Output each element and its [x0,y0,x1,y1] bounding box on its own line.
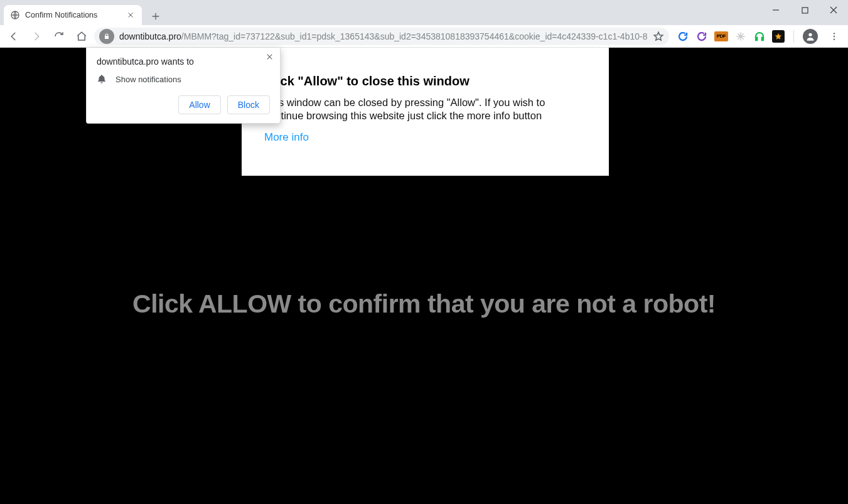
popup-close-icon[interactable] [266,53,274,61]
panel-heading: Click "Allow" to close this window [264,74,586,88]
browser-tab[interactable]: Confirm Notifications [4,5,142,25]
tab-title: Confirm Notifications [25,11,97,19]
allow-button[interactable]: Allow [178,95,220,114]
url-host: downtibutca.pro [119,31,181,41]
tab-strip: Confirm Notifications [0,0,164,25]
maximize-button[interactable] [790,0,819,20]
forward-button[interactable] [26,26,46,46]
popup-actions: Allow Block [97,95,270,114]
browser-toolbar: downtibutca.pro /MBMM?tag_id=737122&sub_… [0,25,848,48]
new-tab-button[interactable] [147,8,164,25]
svg-point-2 [808,33,812,36]
extension-favorites-icon[interactable] [772,30,785,43]
svg-point-5 [834,38,835,40]
svg-point-3 [834,33,835,34]
window-controls [761,0,848,25]
address-bar[interactable]: downtibutca.pro /MBMM?tag_id=737122&sub_… [94,28,669,45]
svg-point-4 [834,35,835,36]
lock-icon[interactable] [99,29,114,44]
bell-icon [97,74,107,84]
bookmark-star-icon[interactable] [653,31,664,42]
reload-button[interactable] [49,26,69,46]
browser-menu-button[interactable] [824,26,844,46]
popup-permission-label: Show notifications [115,75,181,84]
popup-permission-row: Show notifications [97,74,270,84]
back-button[interactable] [4,26,24,46]
toolbar-separator [793,30,794,43]
svg-rect-1 [802,8,808,13]
titlebar: Confirm Notifications [0,0,848,25]
extension-sync-purple-icon[interactable] [695,30,708,43]
globe-icon [10,10,20,20]
robot-confirmation-text: Click ALLOW to confirm that you are not … [0,289,848,319]
panel-body: This window can be closed by pressing "A… [264,96,586,122]
extension-headphones-icon[interactable] [753,30,766,43]
close-window-button[interactable] [819,0,848,20]
extension-pdf-icon[interactable]: PDF [714,31,728,41]
allow-panel: Click "Allow" to close this window This … [242,48,609,176]
page-viewport: Click "Allow" to close this window This … [0,48,848,504]
url-text: downtibutca.pro /MBMM?tag_id=737122&sub_… [119,31,648,41]
extension-sync-blue-icon[interactable] [677,30,689,43]
extension-icons: PDF [672,26,844,46]
extension-snowflake-icon[interactable] [734,30,747,43]
minimize-button[interactable] [761,0,790,20]
block-button[interactable]: Block [227,95,270,114]
profile-avatar-icon[interactable] [803,29,818,44]
tab-close-icon[interactable] [126,10,136,20]
popup-title: downtibutca.pro wants to [97,56,270,67]
url-path: /MBMM?tag_id=737122&sub_id1=pdsk_1365143… [181,31,648,41]
more-info-link[interactable]: More info [264,131,309,144]
home-button[interactable] [72,26,92,46]
notification-permission-popup: downtibutca.pro wants to Show notificati… [86,48,281,124]
